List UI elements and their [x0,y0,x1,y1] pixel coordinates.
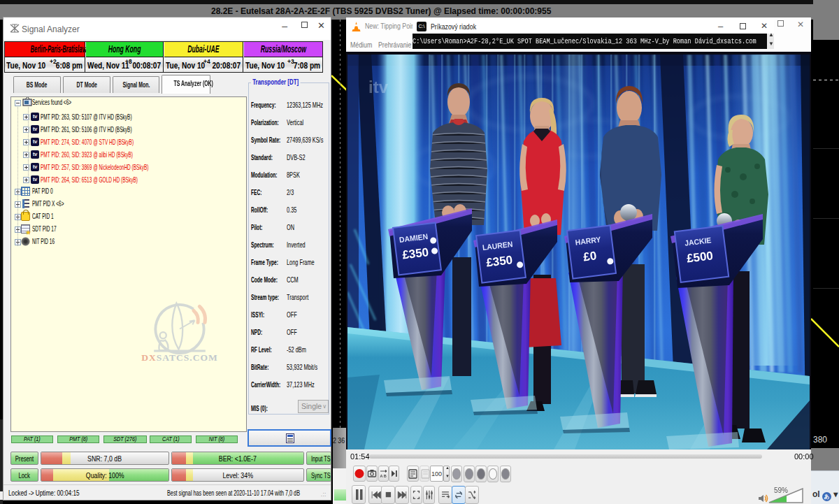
svg-text:£0: £0 [582,249,597,264]
svg-text:A B: A B [380,474,387,478]
svg-text:itv: itv [368,78,389,96]
